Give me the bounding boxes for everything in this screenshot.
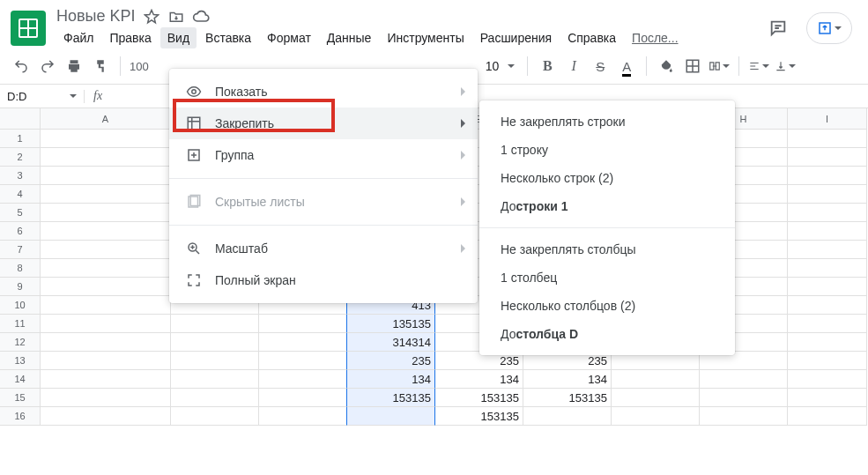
row-header[interactable]: 16 xyxy=(0,407,41,426)
zoom-selector[interactable]: 100 xyxy=(130,60,149,73)
menu-item-freeze-1-col[interactable]: 1 столбец xyxy=(479,263,735,292)
cell[interactable] xyxy=(41,167,171,185)
cell[interactable] xyxy=(788,130,867,148)
cell[interactable] xyxy=(788,407,867,426)
row-header[interactable]: 6 xyxy=(0,222,41,241)
select-all-corner[interactable] xyxy=(0,108,41,130)
move-to-folder-icon[interactable] xyxy=(167,8,185,26)
menu-item-no-freeze-rows[interactable]: Не закреплять строки xyxy=(479,108,735,136)
menu-extensions[interactable]: Расширения xyxy=(473,27,559,48)
row-header[interactable]: 7 xyxy=(0,241,41,259)
cell[interactable]: 153135 xyxy=(523,389,612,407)
menu-item-freeze-upto-row[interactable]: До строки 1 xyxy=(479,192,735,220)
share-button[interactable] xyxy=(806,12,852,44)
row-header[interactable]: 2 xyxy=(0,148,41,167)
cell[interactable] xyxy=(259,352,347,370)
cell[interactable] xyxy=(41,296,171,315)
italic-button[interactable]: I xyxy=(563,56,584,77)
cell[interactable]: 153135 xyxy=(435,389,523,407)
row-header[interactable]: 13 xyxy=(0,352,41,370)
cell[interactable] xyxy=(41,148,171,167)
menu-tools[interactable]: Инструменты xyxy=(380,27,471,48)
cell[interactable]: 134 xyxy=(347,370,435,389)
cell[interactable] xyxy=(700,407,788,426)
cell[interactable] xyxy=(41,315,171,333)
row-header[interactable]: 14 xyxy=(0,370,41,389)
cell[interactable] xyxy=(788,259,867,278)
comments-button[interactable] xyxy=(762,12,794,44)
cell[interactable] xyxy=(41,130,171,148)
cell[interactable] xyxy=(788,389,867,407)
menu-item-freeze-many-cols[interactable]: Несколько столбцов (2) xyxy=(479,292,735,320)
cell[interactable] xyxy=(171,370,259,389)
bold-button[interactable]: B xyxy=(537,56,558,77)
strikethrough-button[interactable]: S xyxy=(590,56,611,77)
sheets-logo[interactable] xyxy=(11,11,46,46)
cell[interactable] xyxy=(259,389,347,407)
redo-button[interactable] xyxy=(37,56,58,77)
undo-button[interactable] xyxy=(11,56,32,77)
row-header[interactable]: 5 xyxy=(0,204,41,222)
cell[interactable] xyxy=(171,352,259,370)
cell[interactable] xyxy=(171,315,259,333)
menu-insert[interactable]: Вставка xyxy=(198,27,258,48)
menu-item-group[interactable]: Группа xyxy=(169,139,478,171)
borders-button[interactable] xyxy=(682,56,703,77)
cell[interactable] xyxy=(41,241,171,259)
cell[interactable] xyxy=(788,185,867,204)
row-header[interactable]: 3 xyxy=(0,167,41,185)
cell[interactable]: 153135 xyxy=(347,389,435,407)
cell[interactable] xyxy=(788,296,867,315)
cell[interactable] xyxy=(171,333,259,352)
cell[interactable]: 235 xyxy=(347,352,435,370)
cell[interactable] xyxy=(788,278,867,296)
print-button[interactable] xyxy=(63,56,85,77)
cell[interactable] xyxy=(788,222,867,241)
column-header[interactable]: I xyxy=(788,108,867,130)
cell[interactable] xyxy=(259,315,347,333)
menu-item-fullscreen[interactable]: Полный экран xyxy=(169,264,478,296)
cell[interactable] xyxy=(41,204,171,222)
menu-item-freeze-many-rows[interactable]: Несколько строк (2) xyxy=(479,164,735,192)
menu-item-show[interactable]: Показать xyxy=(169,76,478,108)
cell[interactable] xyxy=(41,407,171,426)
cell[interactable] xyxy=(788,148,867,167)
cell[interactable] xyxy=(171,407,259,426)
cell[interactable] xyxy=(788,241,867,259)
column-header[interactable]: A xyxy=(41,108,171,130)
row-header[interactable]: 11 xyxy=(0,315,41,333)
merge-cells-button[interactable] xyxy=(708,56,730,77)
menu-file[interactable]: Файл xyxy=(56,27,100,48)
cell[interactable] xyxy=(41,370,171,389)
cell[interactable] xyxy=(612,389,700,407)
cell[interactable] xyxy=(41,278,171,296)
cell[interactable] xyxy=(259,407,347,426)
cell[interactable] xyxy=(700,370,788,389)
cell[interactable] xyxy=(41,185,171,204)
document-title[interactable]: Новые KPI xyxy=(56,7,136,26)
cell[interactable] xyxy=(41,222,171,241)
menu-item-freeze[interactable]: Закрепить xyxy=(169,108,478,139)
cell[interactable] xyxy=(788,352,867,370)
cell[interactable]: 153135 xyxy=(435,407,523,426)
cell[interactable] xyxy=(523,407,612,426)
menu-data[interactable]: Данные xyxy=(320,27,379,48)
cell[interactable] xyxy=(788,333,867,352)
cell[interactable] xyxy=(612,407,700,426)
cell[interactable] xyxy=(612,370,700,389)
paint-format-button[interactable] xyxy=(90,56,111,77)
cloud-status-icon[interactable] xyxy=(192,8,210,26)
row-header[interactable]: 9 xyxy=(0,278,41,296)
row-header[interactable]: 1 xyxy=(0,130,41,148)
menu-item-freeze-upto-col[interactable]: До столбца D xyxy=(479,320,735,348)
row-header[interactable]: 10 xyxy=(0,296,41,315)
fill-color-button[interactable] xyxy=(656,56,677,77)
cell[interactable]: 134 xyxy=(523,370,612,389)
row-header[interactable]: 4 xyxy=(0,185,41,204)
cell[interactable] xyxy=(171,389,259,407)
cell[interactable] xyxy=(41,259,171,278)
menu-item-freeze-1-row[interactable]: 1 строку xyxy=(479,136,735,164)
row-header[interactable]: 12 xyxy=(0,333,41,352)
menu-help[interactable]: Справка xyxy=(560,27,623,48)
cell[interactable]: 134 xyxy=(435,370,523,389)
